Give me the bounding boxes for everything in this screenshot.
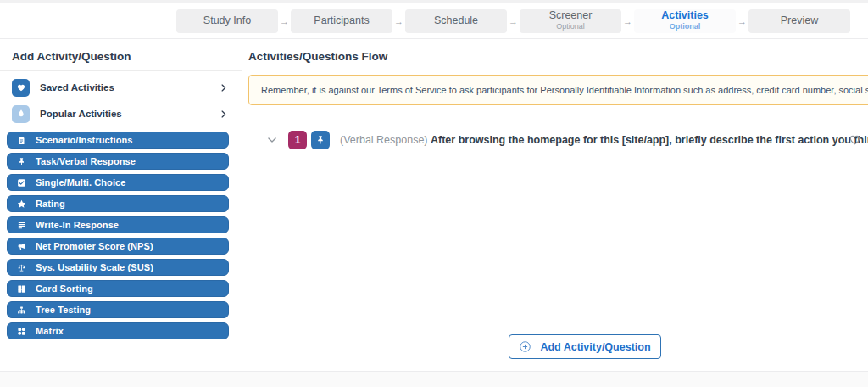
step-sublabel: Optional: [556, 23, 585, 31]
arrow-right-icon: →: [507, 16, 520, 26]
step-label: Study Info: [203, 15, 251, 27]
scale-icon: [17, 263, 26, 272]
activity-type-card-sorting[interactable]: Card Sorting: [7, 280, 229, 297]
tos-warning-banner: Remember, it is against our Terms of Ser…: [248, 75, 868, 105]
activity-type-scenario-instructions[interactable]: Scenario/Instructions: [7, 132, 229, 149]
sidebar-item-label: Saved Activities: [40, 82, 219, 93]
pushpin-icon: [17, 157, 26, 166]
step-sublabel: Optional: [670, 23, 701, 31]
study-stepper: Study Info → Participants → Schedule → S…: [0, 3, 868, 39]
pin-badge[interactable]: [311, 131, 330, 149]
megaphone-icon: [17, 242, 26, 251]
sidebar-item-popular-activities[interactable]: Popular Activities: [0, 104, 242, 124]
activity-type-sus[interactable]: Sys. Usability Scale (SUS): [7, 259, 229, 276]
activity-type-nps[interactable]: Net Promoter Score (NPS): [7, 238, 229, 255]
arrow-right-icon: →: [392, 16, 405, 26]
page-title: Activities/Questions Flow: [248, 50, 387, 63]
add-activity-question-button[interactable]: Add Activity/Question: [509, 334, 661, 359]
heart-icon: [16, 82, 26, 93]
activity-divider: [248, 160, 856, 160]
step-activities[interactable]: Activities Optional: [634, 9, 736, 33]
activity-index-badge: 1: [288, 131, 307, 149]
matrix-icon: [17, 327, 26, 336]
step-screener[interactable]: Screener Optional: [520, 9, 621, 33]
chevron-right-icon: [219, 109, 228, 119]
chevron-down-icon[interactable]: [266, 134, 278, 146]
step-study-info[interactable]: Study Info: [176, 9, 278, 33]
activity-row[interactable]: 1 (Verbal Response) After browsing the h…: [248, 127, 868, 153]
activity-type-rating[interactable]: Rating: [7, 195, 229, 212]
step-participants[interactable]: Participants: [291, 9, 392, 33]
step-label: Activities: [661, 10, 709, 22]
activity-type-list: Scenario/Instructions Task/Verbal Respon…: [0, 132, 242, 339]
sidebar-item-label: Popular Activities: [40, 109, 219, 119]
add-activity-sidebar: Add Activity/Question Saved Activities P…: [0, 39, 242, 372]
footer-strip: [0, 371, 868, 387]
step-label: Participants: [314, 15, 369, 27]
pushpin-icon: [315, 135, 326, 145]
step-label: Screener: [549, 10, 593, 22]
step-preview[interactable]: Preview: [748, 9, 850, 33]
checkbox-icon: [17, 178, 26, 188]
step-label: Schedule: [434, 15, 478, 27]
flame-icon: [16, 109, 26, 119]
activity-type-single-multi-choice[interactable]: Single/Multi. Choice: [7, 174, 229, 191]
tree-icon: [17, 306, 26, 315]
activity-type-write-in-response[interactable]: Write-In Response: [7, 216, 229, 233]
star-icon: [17, 199, 26, 209]
arrow-right-icon: →: [736, 16, 748, 26]
sidebar-item-saved-activities[interactable]: Saved Activities: [0, 77, 242, 98]
sidebar-header: Add Activity/Question: [0, 39, 242, 71]
activity-type-label: (Verbal Response): [340, 134, 431, 146]
activity-summary[interactable]: (Verbal Response) After browsing the hom…: [340, 134, 868, 146]
plus-circle-icon: [519, 340, 531, 353]
arrow-right-icon: →: [621, 16, 634, 26]
heart-outline-icon[interactable]: [849, 133, 861, 146]
step-label: Preview: [781, 15, 818, 27]
grid-icon: [17, 284, 26, 294]
arrow-right-icon: →: [278, 16, 291, 26]
activity-type-matrix[interactable]: Matrix: [7, 322, 229, 339]
activity-type-task-verbal-response[interactable]: Task/Verbal Response: [7, 153, 229, 170]
tos-warning-text: Remember, it is against our Terms of Ser…: [261, 85, 868, 95]
chevron-right-icon: [219, 83, 228, 93]
document-icon: [17, 136, 26, 145]
text-lines-icon: [17, 221, 26, 230]
activities-flow-panel: Activities/Questions Flow Remember, it i…: [248, 39, 868, 372]
sidebar-title: Add Activity/Question: [12, 50, 230, 63]
activity-type-tree-testing[interactable]: Tree Testing: [7, 301, 229, 318]
activity-question-text: After browsing the homepage for this [si…: [431, 134, 868, 146]
step-schedule[interactable]: Schedule: [405, 9, 507, 33]
